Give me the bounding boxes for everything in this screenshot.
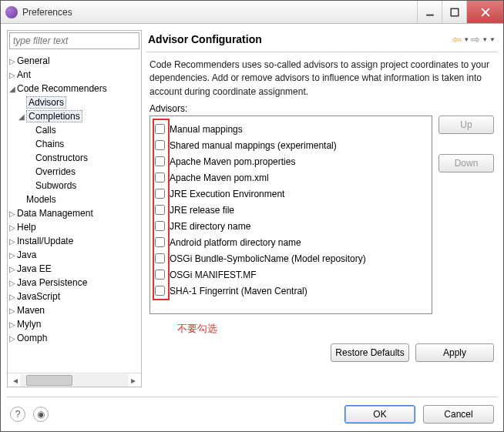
tree-item-overrides[interactable]: Overrides bbox=[8, 165, 141, 179]
tree-item-java-ee[interactable]: ▷Java EE bbox=[8, 262, 141, 276]
advisor-checkbox[interactable] bbox=[155, 270, 165, 280]
window-title: Preferences bbox=[22, 7, 417, 18]
expand-icon[interactable]: ▷ bbox=[8, 209, 17, 218]
category-tree[interactable]: ▷General ▷Ant ◢Code Recommenders Advisor… bbox=[8, 51, 141, 373]
expand-icon[interactable]: ▷ bbox=[8, 306, 17, 315]
tree-item-maven[interactable]: ▷Maven bbox=[8, 303, 141, 317]
tree-item-advisors[interactable]: Advisors bbox=[8, 95, 141, 109]
advisor-item[interactable]: JRE release file bbox=[153, 202, 428, 218]
annotation-text: 不要勾选 bbox=[146, 314, 497, 336]
advisor-item[interactable]: Apache Maven pom.properties bbox=[153, 153, 428, 169]
expand-icon[interactable]: ▷ bbox=[8, 237, 17, 246]
tree-item-oomph[interactable]: ▷Oomph bbox=[8, 331, 141, 345]
filter-input[interactable] bbox=[9, 32, 139, 49]
expand-icon[interactable]: ▷ bbox=[8, 265, 17, 273]
tree-item-code-recommenders[interactable]: ◢Code Recommenders bbox=[8, 82, 141, 95]
advisor-item[interactable]: Manual mappings bbox=[153, 121, 428, 137]
advisor-checkbox[interactable] bbox=[155, 156, 165, 166]
tree-item-mylyn[interactable]: ▷Mylyn bbox=[8, 317, 141, 331]
tree-item-general[interactable]: ▷General bbox=[8, 54, 141, 68]
advisor-item[interactable]: JRE Execution Environment bbox=[153, 186, 428, 202]
expand-icon[interactable]: ▷ bbox=[8, 223, 17, 232]
expand-icon[interactable]: ▷ bbox=[8, 334, 17, 343]
advisor-item[interactable]: Android platform directory name bbox=[153, 234, 428, 250]
separator bbox=[7, 397, 497, 397]
tree-item-install-update[interactable]: ▷Install/Update bbox=[8, 234, 141, 248]
apply-button[interactable]: Apply bbox=[415, 343, 494, 362]
restore-defaults-button[interactable]: Restore Defaults bbox=[331, 343, 409, 362]
tree-item-javascript[interactable]: ▷JavaScript bbox=[8, 290, 141, 303]
expand-icon[interactable]: ▷ bbox=[8, 293, 17, 301]
dialog-footer: ? ◉ OK Cancel bbox=[1, 400, 503, 431]
tree-item-calls[interactable]: Calls bbox=[8, 123, 141, 137]
forward-icon[interactable]: ⇨ bbox=[471, 33, 480, 45]
page-title: Advisor Configuration bbox=[148, 33, 452, 45]
advisor-checkbox[interactable] bbox=[155, 172, 165, 183]
advisor-item[interactable]: OSGi MANIFEST.MF bbox=[153, 266, 428, 283]
advisor-checkbox[interactable] bbox=[155, 140, 165, 150]
titlebar[interactable]: Preferences bbox=[1, 1, 503, 24]
tree-item-ant[interactable]: ▷Ant bbox=[8, 68, 141, 82]
advisor-item[interactable]: SHA-1 Fingerrint (Maven Central) bbox=[153, 283, 428, 299]
collapse-icon[interactable]: ◢ bbox=[8, 85, 17, 93]
advisor-checkbox[interactable] bbox=[155, 205, 165, 215]
advisors-list[interactable]: Manual mappings Shared manual mappings (… bbox=[150, 116, 432, 314]
tree-item-chains[interactable]: Chains bbox=[8, 137, 141, 151]
expand-icon[interactable]: ▷ bbox=[8, 251, 17, 260]
tree-item-subwords[interactable]: Subwords bbox=[8, 179, 141, 193]
advisor-item[interactable]: OSGi Bundle-SymbolicName (Model reposito… bbox=[153, 250, 428, 266]
advisor-checkbox[interactable] bbox=[155, 286, 165, 296]
advisors-label: Advisors: bbox=[146, 102, 497, 116]
tree-item-constructors[interactable]: Constructors bbox=[8, 151, 141, 165]
tree-item-models[interactable]: Models bbox=[8, 193, 141, 206]
advisor-checkbox[interactable] bbox=[155, 221, 165, 231]
tree-item-java[interactable]: ▷Java bbox=[8, 248, 141, 262]
up-button[interactable]: Up bbox=[438, 116, 494, 134]
advisor-checkbox[interactable] bbox=[155, 237, 165, 247]
preferences-window: Preferences ▷General ▷Ant ◢Code Recommen… bbox=[0, 0, 504, 432]
ok-button[interactable]: OK bbox=[344, 405, 415, 424]
advisor-item[interactable]: Shared manual mappings (experimental) bbox=[153, 137, 428, 153]
help-icon[interactable]: ? bbox=[10, 407, 25, 422]
advisor-checkbox[interactable] bbox=[155, 253, 165, 263]
scrollbar-thumb[interactable] bbox=[26, 375, 72, 386]
page-description: Code Recommenders uses so-called advisor… bbox=[146, 52, 497, 102]
advisor-checkbox[interactable] bbox=[155, 189, 165, 199]
svg-rect-1 bbox=[451, 8, 459, 16]
collapse-icon[interactable]: ◢ bbox=[17, 112, 26, 121]
forward-menu-icon[interactable]: ▼ bbox=[482, 36, 488, 43]
cancel-button[interactable]: Cancel bbox=[423, 405, 494, 424]
view-menu-icon[interactable]: ▼ bbox=[489, 36, 496, 43]
down-button[interactable]: Down bbox=[438, 154, 494, 172]
category-panel: ▷General ▷Ant ◢Code Recommenders Advisor… bbox=[7, 30, 142, 387]
minimize-button[interactable] bbox=[417, 1, 442, 23]
tree-item-completions[interactable]: ◢Completions bbox=[8, 109, 141, 123]
tree-item-java-persistence[interactable]: ▷Java Persistence bbox=[8, 276, 141, 290]
maximize-button[interactable] bbox=[442, 1, 466, 23]
back-icon[interactable]: ⇦ bbox=[452, 33, 462, 45]
advisor-item[interactable]: Apache Maven pom.xml bbox=[153, 169, 428, 186]
app-icon bbox=[5, 6, 18, 18]
record-icon[interactable]: ◉ bbox=[33, 407, 49, 422]
tree-item-data-management[interactable]: ▷Data Management bbox=[8, 206, 141, 220]
expand-icon[interactable]: ▷ bbox=[8, 57, 17, 65]
advisor-checkbox[interactable] bbox=[155, 124, 165, 134]
scroll-right-icon[interactable]: ▸ bbox=[127, 375, 139, 386]
tree-item-help[interactable]: ▷Help bbox=[8, 220, 141, 234]
expand-icon[interactable]: ▷ bbox=[8, 71, 17, 79]
expand-icon[interactable]: ▷ bbox=[8, 279, 17, 287]
settings-panel: Advisor Configuration ⇦▼ ⇨▼ ▼ Code Recom… bbox=[146, 30, 497, 387]
expand-icon[interactable]: ▷ bbox=[8, 320, 17, 329]
close-button[interactable] bbox=[466, 1, 503, 23]
advisor-item[interactable]: JRE directory name bbox=[153, 218, 428, 234]
back-menu-icon[interactable]: ▼ bbox=[463, 36, 469, 43]
horizontal-scrollbar[interactable]: ◂ ▸ bbox=[8, 373, 141, 387]
